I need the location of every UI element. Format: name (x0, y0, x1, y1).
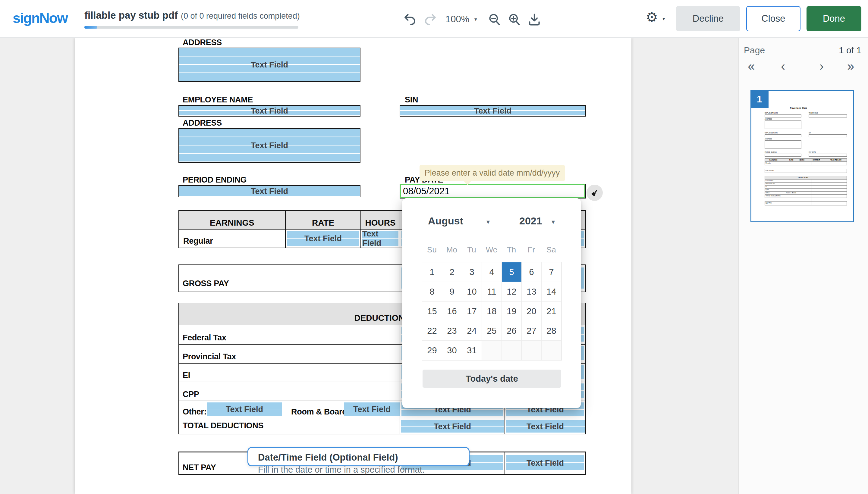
calendar-weekday: Th (501, 245, 521, 254)
calendar-day[interactable]: 6 (522, 262, 541, 282)
calendar-day[interactable]: 18 (482, 302, 502, 321)
clear-field-broom-icon[interactable] (587, 185, 603, 201)
thumb-other: Other: (765, 192, 770, 194)
thumb-rate: RATE (789, 159, 793, 161)
signnow-logo[interactable]: signNow (13, 10, 68, 26)
room-board-text-field[interactable]: Text Field (344, 402, 400, 416)
calendar-day[interactable]: 11 (482, 282, 502, 302)
zoom-in-icon[interactable] (507, 13, 521, 26)
calendar-day[interactable]: 31 (462, 341, 482, 360)
calendar-day[interactable]: 25 (482, 321, 502, 341)
calendar-day[interactable]: 2 (442, 262, 462, 282)
thumb-earnings: EARNINGS (770, 159, 777, 161)
thumb-ei: EI (765, 186, 767, 188)
calendar-day[interactable]: 22 (422, 321, 442, 341)
calendar-day[interactable]: 21 (541, 302, 561, 321)
calendar-day[interactable]: 1 (422, 262, 442, 282)
gross-pay-label: GROSS PAY (183, 279, 229, 288)
field-type-tooltip-subtitle: Fill in the date or time in a specified … (258, 465, 459, 475)
calendar-day[interactable]: 30 (442, 341, 462, 360)
calendar-day[interactable]: 20 (522, 302, 541, 321)
address-text-field-2[interactable]: Text Field (179, 128, 361, 163)
total-deductions-current-field[interactable]: Text Field (401, 420, 504, 433)
document-title: fillable pay stub pdf (85, 10, 178, 21)
field-type-tooltip-title: Date/Time Field (Optional Field) (258, 452, 459, 463)
date-validation-tooltip-arrow (464, 181, 472, 185)
calendar-year-caret-icon[interactable]: ▾ (552, 218, 555, 226)
regular-row-cell: Regular (179, 229, 286, 248)
rate-text-field[interactable]: Text Field (287, 231, 359, 246)
prev-page-icon[interactable]: ‹ (781, 60, 785, 72)
calendar-day[interactable]: 3 (462, 262, 482, 282)
hours-text-field[interactable]: Text Field (362, 231, 399, 246)
top-toolbar: signNow fillable pay stub pdf (0 of 0 re… (0, 0, 868, 38)
next-page-icon[interactable]: › (819, 60, 824, 72)
pay-date-input[interactable] (400, 184, 585, 198)
thumb-employer-name: EMPLOYER NAME (764, 112, 778, 114)
settings-caret-icon[interactable]: ▾ (662, 16, 665, 22)
other-text-field[interactable]: Text Field (207, 402, 282, 416)
calendar-year-dropdown[interactable]: 2021 (519, 215, 542, 227)
thumb-address-1: ADDRESS (764, 118, 772, 120)
other-label: Other: (183, 407, 206, 417)
calendar-weekday: Mo (442, 245, 462, 254)
calendar-day[interactable]: 14 (541, 282, 561, 302)
calendar-weekday: Tu (462, 245, 482, 254)
calendar-month-caret-icon[interactable]: ▾ (486, 218, 490, 226)
redo-icon[interactable] (423, 13, 437, 26)
employee-name-text-field[interactable]: Text Field (179, 105, 361, 117)
zoom-caret-icon[interactable]: ▾ (474, 16, 477, 23)
calendar-month-dropdown[interactable]: August (428, 215, 463, 227)
thumb-title: Paycheck Stub (790, 107, 807, 109)
calendar-day[interactable]: 27 (522, 321, 541, 341)
calendar-day[interactable]: 19 (502, 302, 522, 321)
page-thumbnail[interactable]: 1 Paycheck Stub EMPLOYER NAME TELEPHONE … (751, 90, 854, 222)
thumb-pay-date: PAY DATE (809, 151, 816, 153)
pages-sidebar: Page 1 of 1 « ‹ › » 1 Paycheck Stub EMPL… (738, 38, 868, 494)
settings-gear-icon[interactable]: ⚙ (646, 9, 658, 25)
calendar-day[interactable]: 29 (422, 341, 442, 360)
thumb-telephone: TELEPHONE (809, 112, 818, 114)
thumb-regular: Regular (765, 162, 771, 164)
thumb-sin: SIN (809, 132, 811, 134)
sin-text-field[interactable]: Text Field (400, 105, 586, 117)
calendar-day[interactable]: 9 (442, 282, 462, 302)
deductions-col-divider-1 (400, 325, 400, 434)
zoom-out-icon[interactable] (488, 13, 501, 26)
calendar-day[interactable]: 8 (422, 282, 442, 302)
calendar-day[interactable]: 7 (541, 262, 561, 282)
calendar-day[interactable]: 17 (462, 302, 482, 321)
calendar-day[interactable]: 28 (541, 321, 561, 341)
net-pay-divider-2 (504, 452, 505, 475)
zoom-level-dropdown[interactable]: 100% (445, 14, 469, 25)
date-validation-tooltip: Please enter a valid date mm/dd/yyyy (420, 165, 565, 181)
decline-button[interactable]: Decline (676, 6, 740, 31)
close-button[interactable]: Close (746, 6, 800, 31)
calendar-day (502, 341, 522, 360)
period-ending-text-field[interactable]: Text Field (179, 185, 361, 197)
net-pay-ytd-field[interactable]: Text Field (506, 455, 584, 471)
last-page-icon[interactable]: » (847, 60, 854, 72)
done-button[interactable]: Done (807, 6, 861, 31)
thumb-total-deductions: TOTAL DEDUCTIONS (765, 195, 781, 197)
address-text-field-1[interactable]: Text Field (179, 48, 361, 82)
download-icon[interactable] (528, 13, 541, 26)
first-page-icon[interactable]: « (748, 60, 755, 72)
thumb-gross-pay: GROSS PAY (765, 170, 774, 171)
calendar-day[interactable]: 24 (462, 321, 482, 341)
completion-progress-bar (85, 26, 298, 28)
calendar-day[interactable]: 10 (462, 282, 482, 302)
calendar-day[interactable]: 13 (522, 282, 541, 302)
total-deductions-ytd-field[interactable]: Text Field (506, 420, 585, 433)
todays-date-button[interactable]: Today's date (423, 369, 561, 388)
calendar-day-selected[interactable]: 5 (502, 262, 522, 282)
undo-icon[interactable] (403, 13, 417, 26)
calendar-day[interactable]: 16 (442, 302, 462, 321)
calendar-day[interactable]: 4 (482, 262, 502, 282)
calendar-day[interactable]: 26 (502, 321, 522, 341)
earnings-header-cell: EARNINGS (179, 210, 286, 230)
calendar-day[interactable]: 23 (442, 321, 462, 341)
calendar-day[interactable]: 12 (502, 282, 522, 302)
calendar-day[interactable]: 15 (422, 302, 442, 321)
room-board-label: Room & Board (291, 407, 347, 417)
